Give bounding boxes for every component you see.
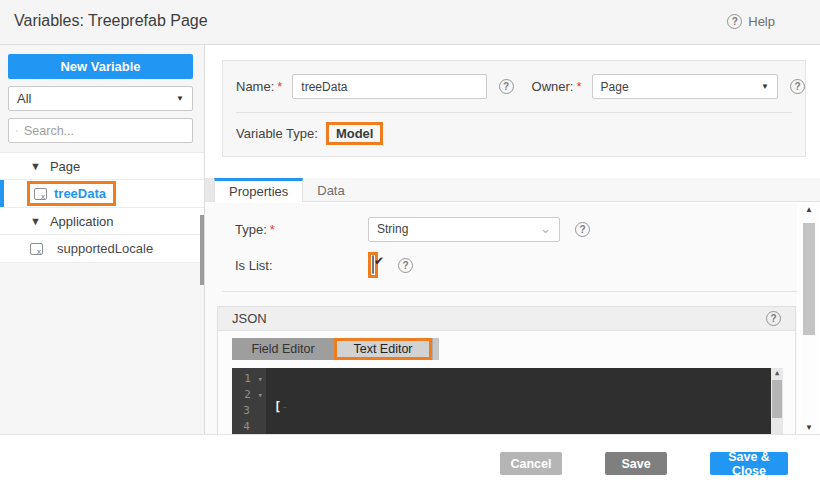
type-select[interactable]: String ⌄ [368,217,560,242]
dialog-footer: Cancel Save Save & Close [0,434,820,490]
tree-item-label: supportedLocale [57,241,153,256]
divider [222,291,797,292]
is-list-checkbox-highlight: ✔ [368,252,378,278]
treedata-highlight-box: x treeData [27,181,116,206]
name-label: Name: [236,79,274,94]
json-code-editor[interactable]: 1 ▾ 2 ▾ 3 4 [- ··{- ····"id":·1,- ····"t… [232,368,783,434]
sidebar-scrollbar-thumb[interactable] [200,215,204,285]
search-input[interactable] [24,124,185,138]
caret-down-icon: ▼ [30,160,41,172]
type-label: Type: [235,222,267,237]
cancel-button[interactable]: Cancel [500,452,562,475]
json-help-icon[interactable]: ? [766,311,781,326]
owner-select[interactable]: Page ▼ [592,74,778,99]
scroll-up-icon[interactable]: ▲ [801,205,817,214]
check-icon: ✔ [374,254,384,268]
line-number: 4 [232,419,266,434]
variables-dialog: Variables: Treeprefab Page ? Help New Va… [0,0,820,490]
properties-scrollbar[interactable]: ▲ ▼ [801,203,817,434]
code-line: [- [274,399,771,415]
tree-item-treedata[interactable]: x treeData [0,180,204,208]
line-number: 2 ▾ [232,387,266,403]
field-editor-button[interactable]: Field Editor [232,338,334,360]
owner-select-value: Page [601,80,629,94]
tree-item-label: treeData [54,186,106,201]
dropdown-arrow-icon: ▼ [176,94,184,103]
scroll-down-icon[interactable]: ▼ [801,423,817,432]
model-variable-icon: x [30,243,43,255]
properties-scrollbar-thumb[interactable] [803,223,815,335]
tab-properties[interactable]: Properties [214,178,303,202]
variable-summary-card: Name: * ? Owner: * Page ▼ ? Variable Typ… [222,60,806,157]
new-variable-button[interactable]: New Variable [8,54,193,79]
variables-tree: ▼ Page x treeData ▼ Application x suppor… [0,152,204,263]
variable-editor-panel: Name: * ? Owner: * Page ▼ ? Variable Typ… [205,45,820,434]
name-input[interactable] [292,74,486,99]
type-help-icon[interactable]: ? [575,222,590,237]
required-marker: * [277,79,282,94]
search-box[interactable] [8,118,193,143]
required-marker: * [576,79,581,94]
editor-gutter: 1 ▾ 2 ▾ 3 4 [232,368,266,434]
owner-help-icon[interactable]: ? [790,79,805,94]
json-panel-header: JSON ? [218,307,795,331]
help-button[interactable]: ? Help [727,14,775,29]
tree-group-label: Page [50,159,80,174]
type-select-value: String [377,222,408,236]
selected-indicator [0,180,4,207]
save-button[interactable]: Save [605,452,667,475]
line-number: 1 ▾ [232,371,266,387]
dialog-header: Variables: Treeprefab Page ? Help [0,0,820,45]
save-and-close-button[interactable]: Save & Close [710,452,788,475]
tab-data[interactable]: Data [303,178,358,202]
editor-scrollbar-thumb[interactable] [772,380,782,418]
text-editor-button-highlight[interactable]: Text Editor [334,338,432,360]
is-list-row: Is List: ✔ ? [235,252,795,278]
is-list-label: Is List: [235,258,273,273]
tab-bar: Properties Data [205,178,820,202]
tree-group-page[interactable]: ▼ Page [0,153,204,180]
scroll-up-icon[interactable]: ▲ [771,369,783,377]
model-variable-icon: x [34,188,47,200]
help-label: Help [748,14,775,29]
tree-item-supportedlocale[interactable]: x supportedLocale [0,235,204,263]
chevron-down-icon: ⌄ [540,226,551,233]
page-title: Variables: Treeprefab Page [14,12,208,30]
search-icon [16,125,18,137]
editor-code: [- ··{- ····"id":·1,- ····"title":·"1. d… [266,368,771,434]
properties-content: Type: * String ⌄ ? Is List: ✔ ? [205,203,797,434]
is-list-checkbox[interactable]: ✔ [372,255,374,274]
owner-label: Owner: [532,79,574,94]
tree-group-application[interactable]: ▼ Application [0,208,204,235]
type-row: Type: * String ⌄ ? [235,216,795,242]
dropdown-arrow-icon: ▼ [761,82,769,91]
filter-dropdown-value: All [17,91,31,106]
variable-type-label: Variable Type: [236,126,318,141]
toggle-end-strip [432,338,439,360]
caret-down-icon: ▼ [30,215,41,227]
required-marker: * [270,222,275,237]
tab-bar-strip [205,178,214,201]
tree-group-label: Application [50,214,114,229]
is-list-help-icon[interactable]: ? [398,258,413,273]
filter-dropdown[interactable]: All ▼ [8,86,193,111]
help-icon: ? [727,14,742,29]
fold-icon[interactable]: ▾ [258,374,263,384]
editor-scrollbar[interactable]: ▲ ▼ [771,368,783,434]
variables-sidebar: New Variable All ▼ ▼ Page x treeData [0,45,205,434]
variable-type-value-highlight: Model [326,122,384,145]
name-help-icon[interactable]: ? [499,79,514,94]
json-panel: JSON ? Field Editor Text Editor 1 ▾ 2 ▾ … [217,306,796,434]
variable-type-row: Variable Type: Model [223,113,805,145]
editor-mode-toggle: Field Editor Text Editor [232,338,439,360]
line-number: 3 [232,403,266,419]
fold-icon[interactable]: ▾ [258,390,263,400]
json-title: JSON [232,311,267,326]
name-owner-row: Name: * ? Owner: * Page ▼ ? [223,61,805,99]
